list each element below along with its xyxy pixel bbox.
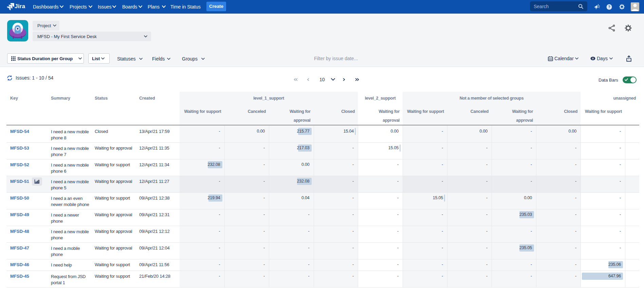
svg-text:?: ? [608,5,610,9]
